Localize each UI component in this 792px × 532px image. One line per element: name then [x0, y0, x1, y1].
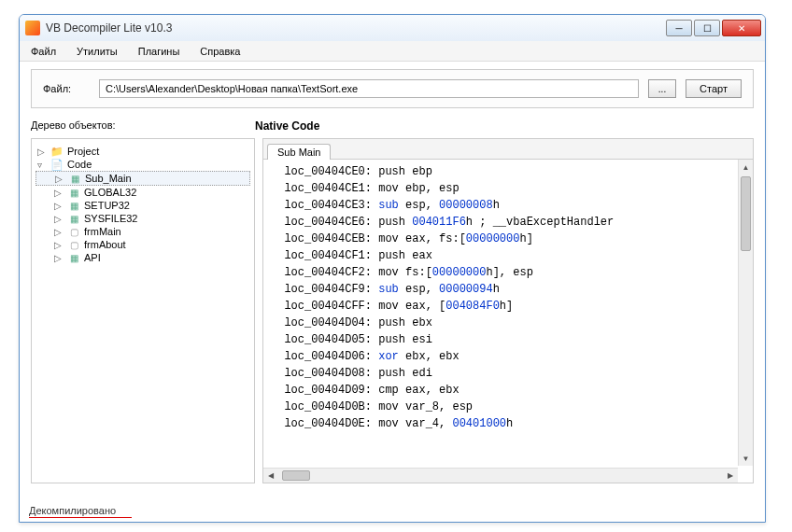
file-path-input[interactable] [99, 79, 639, 98]
tree-node-api[interactable]: ▷API [35, 251, 250, 264]
disassembly-text[interactable]: loc_00404CE0: push ebp loc_00404CE1: mov… [263, 160, 753, 483]
tree-label: Code [67, 159, 92, 170]
tree-label: frmAbout [84, 239, 126, 250]
tree-node-frmabout[interactable]: ▷frmAbout [35, 238, 250, 251]
module-icon [67, 239, 80, 250]
twisty-icon[interactable]: ▷ [54, 201, 64, 211]
vertical-scrollbar[interactable]: ▲ ▼ [738, 160, 753, 466]
main-split: ▷ Project ▿ Code ▷Sub_Main▷GLOBAL32▷SETU… [31, 138, 754, 483]
tree-label: SYSFILE32 [84, 213, 137, 224]
menubar: Файл Утилиты Плагины Справка [20, 41, 765, 62]
app-icon [25, 21, 40, 35]
scroll-thumb[interactable] [741, 176, 751, 251]
scroll-up-arrow-icon[interactable]: ▲ [739, 160, 753, 175]
menu-help[interactable]: Справка [196, 44, 244, 59]
tree-label: Project [67, 146, 99, 157]
window-buttons: ─ ☐ ✕ [666, 20, 761, 36]
twisty-icon[interactable]: ▷ [55, 174, 64, 184]
module-icon [67, 226, 80, 237]
file-bar: Файл: ... Старт [31, 69, 754, 108]
twisty-icon[interactable]: ▷ [54, 214, 64, 224]
twisty-icon[interactable]: ▷ [54, 188, 64, 198]
module-icon [68, 173, 81, 184]
tree-label: GLOBAL32 [84, 187, 136, 198]
twisty-icon[interactable]: ▿ [37, 160, 47, 170]
module-icon [67, 213, 80, 224]
module-icon [67, 252, 80, 263]
tree-node-frmmain[interactable]: ▷frmMain [35, 225, 250, 238]
twisty-icon[interactable]: ▷ [37, 147, 47, 157]
scroll-down-arrow-icon[interactable]: ▼ [739, 451, 753, 466]
tab-strip: Sub Main [263, 139, 753, 160]
tree-header: Дерево объектов: [31, 119, 255, 133]
tree-label: SETUP32 [84, 200, 130, 211]
content-area: Файл: ... Старт Дерево объектов: Native … [20, 62, 765, 487]
tree-node-global32[interactable]: ▷GLOBAL32 [35, 186, 250, 199]
tab-sub-main[interactable]: Sub Main [267, 144, 331, 160]
code-icon [50, 159, 64, 170]
tree-label: API [84, 252, 101, 263]
headers-row: Дерево объектов: Native Code [31, 119, 754, 133]
scroll-left-arrow-icon[interactable]: ◀ [263, 469, 278, 483]
scroll-thumb[interactable] [282, 470, 310, 481]
twisty-icon[interactable]: ▷ [54, 240, 64, 250]
file-label: Файл: [43, 83, 90, 94]
app-window: VB Decompiler Lite v10.3 ─ ☐ ✕ Файл Утил… [19, 14, 766, 523]
scroll-right-arrow-icon[interactable]: ▶ [723, 469, 738, 483]
project-icon [50, 146, 64, 157]
code-panel: Sub Main loc_00404CE0: push ebp loc_0040… [262, 138, 754, 483]
start-button[interactable]: Старт [686, 79, 742, 98]
module-icon [67, 187, 80, 198]
menu-utils[interactable]: Утилиты [73, 44, 121, 59]
code-body: loc_00404CE0: push ebp loc_00404CE1: mov… [263, 160, 753, 483]
horizontal-scrollbar[interactable]: ◀ ▶ [263, 468, 738, 483]
object-tree[interactable]: ▷ Project ▿ Code ▷Sub_Main▷GLOBAL32▷SETU… [31, 138, 255, 483]
browse-button[interactable]: ... [648, 79, 676, 98]
tree-node-setup32[interactable]: ▷SETUP32 [35, 199, 250, 212]
window-title: VB Decompiler Lite v10.3 [46, 21, 666, 35]
maximize-button[interactable]: ☐ [694, 20, 720, 36]
code-header: Native Code [255, 119, 319, 133]
tree-label: Sub_Main [85, 173, 132, 184]
tree-node-code[interactable]: ▿ Code [35, 158, 250, 171]
minimize-button[interactable]: ─ [666, 20, 692, 36]
menu-file[interactable]: Файл [27, 44, 60, 59]
close-button[interactable]: ✕ [722, 20, 761, 36]
twisty-icon[interactable]: ▷ [54, 227, 64, 237]
module-icon [67, 200, 80, 211]
status-text: Декомпилировано [29, 505, 116, 516]
tree-node-sysfile32[interactable]: ▷SYSFILE32 [35, 212, 250, 225]
titlebar: VB Decompiler Lite v10.3 ─ ☐ ✕ [20, 15, 765, 41]
tree-node-sub_main[interactable]: ▷Sub_Main [35, 171, 250, 186]
menu-plugins[interactable]: Плагины [134, 44, 184, 59]
tree-node-project[interactable]: ▷ Project [35, 145, 250, 158]
tree-label: frmMain [84, 226, 121, 237]
twisty-icon[interactable]: ▷ [54, 253, 64, 263]
